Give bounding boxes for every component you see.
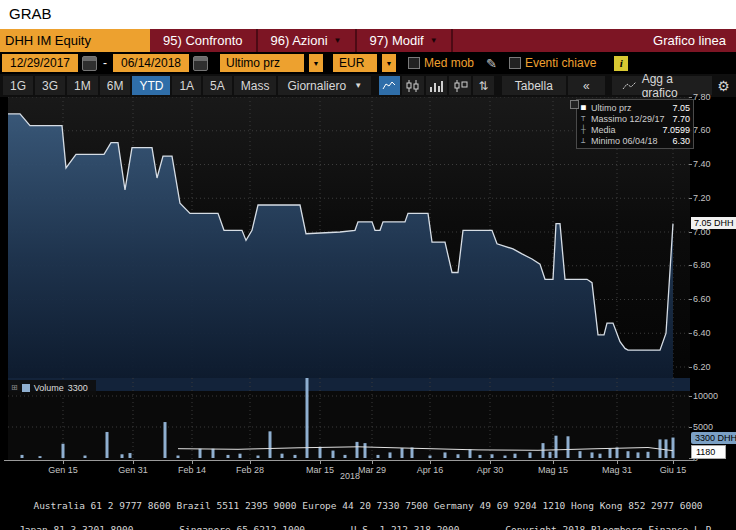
volume-bar: [306, 378, 309, 458]
price-axis-tick-label: 7.20: [693, 193, 711, 203]
volume-bar: [529, 452, 532, 458]
volume-ma-axis-label: 1180: [691, 445, 726, 459]
menu-item-1[interactable]: 96) Azioni▼: [258, 29, 357, 52]
volume-bar: [627, 451, 630, 458]
date-from-field[interactable]: 12/29/2017: [2, 54, 78, 72]
x-axis-tick-mark: [320, 461, 321, 464]
x-axis-tick-mark: [372, 461, 373, 464]
legend-expand-icon[interactable]: ⊞: [11, 383, 18, 392]
frequency-select[interactable]: Giornaliero ▼: [278, 76, 371, 95]
volume-bar: [599, 454, 602, 458]
eventi-chiave-label: Eventi chiave: [525, 56, 596, 70]
menu-item-label: 97) Modif: [370, 33, 424, 48]
period-button-mass[interactable]: Mass: [234, 76, 277, 95]
menu-item-label: 95) Confronto: [163, 33, 243, 48]
x-axis-tick-mark: [250, 461, 251, 464]
volume-bar: [479, 455, 482, 458]
bar-chart-type-button[interactable]: [426, 76, 448, 95]
legend-row: ┼Media7.0599: [579, 124, 690, 135]
x-axis-tick-label: Mag 15: [531, 465, 575, 475]
menu-items: 95) Confronto96) Azioni▼97) Modif▼: [150, 29, 453, 52]
price-legend-box[interactable]: ■Ultimo prz7.05⊤Massimo 12/29/177.70┼Med…: [576, 99, 694, 149]
volume-bar: [672, 438, 675, 458]
volume-bar: [504, 456, 507, 458]
volume-bar: [647, 452, 650, 458]
legend-value: 7.0599: [662, 125, 690, 135]
volume-bar: [401, 448, 404, 458]
security-ticker-field[interactable]: DHH IM Equity: [0, 29, 150, 52]
volume-bar: [637, 452, 640, 458]
date-range-separator: -: [103, 56, 107, 70]
collapse-panel-button[interactable]: «: [568, 76, 605, 95]
volume-bar: [121, 454, 124, 458]
volume-bar: [579, 451, 582, 458]
med-mob-checkbox[interactable]: [408, 57, 420, 69]
x-axis-tick-mark: [617, 461, 618, 464]
footer-line-2: Japan 81 3 3201 8900 Singapore 65 6212 1…: [0, 526, 736, 530]
volume-bar: [84, 456, 87, 458]
volume-bar: [665, 439, 668, 458]
x-axis-tick-mark: [553, 461, 554, 464]
volume-bar: [212, 449, 215, 458]
volume-bar: [555, 436, 558, 458]
volume-bar: [444, 452, 447, 458]
volume-axis-tick-label: 10000: [693, 391, 718, 401]
legend-marker-icon: ⊥: [579, 136, 588, 145]
volume-bar: [364, 443, 367, 458]
period-button-5a[interactable]: 5A: [203, 76, 232, 95]
period-button-6m[interactable]: 6M: [100, 76, 131, 95]
eventi-chiave-checkbox[interactable]: [509, 57, 521, 69]
price-axis-tick-label: 7.40: [693, 159, 711, 169]
bar-chart-icon: [429, 80, 444, 92]
volume-bar: [567, 436, 570, 458]
volume-bar: [411, 447, 414, 458]
menu-item-0[interactable]: 95) Confronto: [150, 29, 258, 52]
chevron-down-icon[interactable]: ▼: [309, 54, 323, 72]
levels-tool-button[interactable]: ⇅: [473, 76, 495, 95]
menu-item-2[interactable]: 97) Modif▼: [357, 29, 453, 52]
date-to-field[interactable]: 06/14/2018: [113, 54, 189, 72]
volume-bar: [344, 455, 347, 458]
volume-bar: [491, 454, 494, 458]
last-volume-axis-label: 3300 DHH IM: [691, 432, 736, 444]
menubar-spacer: [453, 29, 653, 52]
volume-bar: [164, 422, 167, 458]
calendar-icon[interactable]: [193, 56, 208, 71]
currency-select[interactable]: EUR: [333, 54, 377, 72]
line-chart-type-button[interactable]: [379, 76, 401, 95]
volume-legend[interactable]: ⊞ Volume 3300: [8, 380, 96, 395]
controls-bar: 12/29/2017 - 06/14/2018 Ultimo prz ▼ EUR…: [0, 52, 736, 74]
chevron-down-icon: ▼: [430, 36, 438, 45]
legend-collapse-icon[interactable]: [570, 100, 579, 109]
x-axis-year-label: 2018: [330, 471, 370, 481]
volume-bar: [39, 456, 42, 458]
x-axis-tick-label: Mag 31: [595, 465, 639, 475]
volume-bar: [239, 454, 242, 458]
tabella-button[interactable]: Tabella: [502, 76, 566, 95]
volume-bar: [591, 452, 594, 458]
x-axis-tick-mark: [490, 461, 491, 464]
period-button-ytd[interactable]: YTD: [132, 76, 170, 95]
x-axis-tick-mark: [430, 461, 431, 464]
field-type-select[interactable]: Ultimo prz: [220, 54, 304, 72]
period-button-1m[interactable]: 1M: [67, 76, 98, 95]
candlestick-type-button[interactable]: [402, 76, 424, 95]
info-icon[interactable]: i: [614, 56, 628, 71]
period-button-1g[interactable]: 1G: [3, 76, 33, 95]
calendar-icon[interactable]: [82, 56, 97, 71]
x-axis-tick-label: Giu 15: [651, 465, 695, 475]
volume-bar: [469, 449, 472, 458]
chevron-down-icon[interactable]: ▼: [382, 54, 396, 72]
period-button-3g[interactable]: 3G: [35, 76, 65, 95]
x-axis-tick-mark: [673, 461, 674, 464]
pencil-icon[interactable]: ✎: [486, 56, 497, 71]
x-axis-tick-mark: [133, 461, 134, 464]
candle-volume-type-button[interactable]: [449, 76, 471, 95]
period-button-1a[interactable]: 1A: [172, 76, 201, 95]
volume-bar: [356, 442, 359, 458]
x-axis-tick-label: Feb 28: [228, 465, 272, 475]
price-axis-tick-label: 7.80: [693, 92, 711, 102]
volume-bar: [457, 454, 460, 458]
volume-chart-pane[interactable]: [8, 378, 690, 460]
price-axis-tick-label: 6.40: [693, 328, 711, 338]
